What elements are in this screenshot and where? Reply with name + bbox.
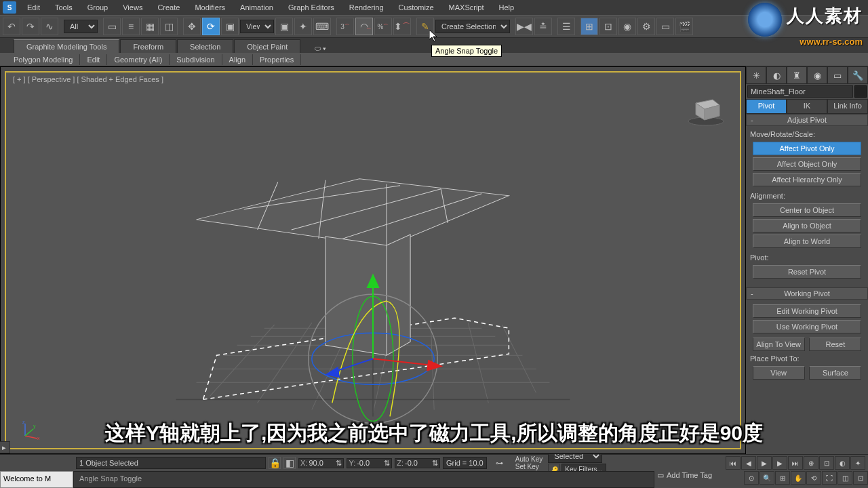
ribbon-tab-objectpaint[interactable]: Object Paint [234, 39, 300, 53]
ribbon-sub-geometry[interactable]: Geometry (All) [107, 54, 170, 65]
snap-2d-button[interactable]: 3⌒ [336, 18, 354, 35]
move-button[interactable]: ✥ [183, 18, 201, 35]
prev-frame-button[interactable]: ◀ [741, 456, 756, 470]
schematic-view-button[interactable]: ⊡ [599, 18, 617, 35]
vnav-zoom-ext[interactable]: ⛶ [822, 471, 837, 485]
window-crossing-button[interactable]: ◫ [160, 18, 178, 35]
ribbon-sub-polygon[interactable]: Polygon Modeling [7, 54, 80, 65]
vnav-zoom-all[interactable]: ⊞ [775, 471, 790, 485]
rotate-button[interactable]: ⟳ [202, 18, 220, 35]
ribbon-sub-properties[interactable]: Properties [253, 54, 301, 65]
lock-selection-icon[interactable]: 🔒 [269, 457, 281, 469]
menu-create[interactable]: Create [151, 1, 186, 14]
material-editor-button[interactable]: ◉ [618, 18, 636, 35]
perspective-viewport[interactable]: [ + ] [ Perspective ] [ Shaded + Edged F… [5, 71, 741, 449]
object-name-field[interactable] [747, 85, 853, 98]
affect-pivot-only-button[interactable]: Affect Pivot Only [753, 142, 861, 155]
menu-modifiers[interactable]: Modifiers [188, 1, 232, 14]
transform-z-spinner[interactable]: Z:⇅ [395, 458, 440, 468]
object-color-swatch[interactable] [854, 85, 867, 98]
viewport-label[interactable]: [ + ] [ Perspective ] [ Shaded + Edged F… [13, 75, 163, 83]
affect-object-only-button[interactable]: Affect Object Only [753, 157, 861, 171]
selection-filter-dropdown[interactable]: All [64, 20, 98, 33]
subtab-ik[interactable]: IK [787, 99, 827, 114]
display-tab[interactable]: ▭ [827, 66, 848, 84]
align-to-view-button[interactable]: Align To View [753, 338, 805, 351]
reset-pivot-button[interactable]: Reset Pivot [753, 265, 861, 279]
motion-tab[interactable]: ◉ [807, 66, 827, 84]
undo-button[interactable]: ↶ [3, 18, 20, 35]
place-pivot-view-button[interactable]: View [753, 366, 805, 380]
next-frame-button[interactable]: ▶ [772, 456, 787, 470]
utilities-tab[interactable]: 🔧 [848, 66, 868, 84]
nav-4[interactable]: ✦ [850, 456, 865, 470]
named-selection-dropdown[interactable]: Create Selection Se [435, 20, 510, 33]
goto-start-button[interactable]: ⏮ [726, 456, 741, 470]
app-icon[interactable]: S [3, 1, 16, 14]
ref-coord-dropdown[interactable]: View [240, 20, 274, 33]
menu-edit[interactable]: Edit [20, 1, 47, 14]
manipulate-button[interactable]: ✦ [294, 18, 312, 35]
keyboard-shortcut-button[interactable]: ⌨ [313, 18, 331, 35]
autokey-button[interactable]: Auto Key [515, 455, 543, 463]
menu-views[interactable]: Views [116, 1, 149, 14]
menu-group[interactable]: Group [81, 1, 115, 14]
isolate-icon[interactable]: ◧ [283, 457, 296, 469]
time-config-button[interactable]: ⊙ [744, 471, 759, 485]
link-button[interactable]: ∿ [41, 18, 58, 35]
menu-help[interactable]: Help [492, 1, 521, 14]
scale-button[interactable]: ▣ [221, 18, 239, 35]
align-to-object-button[interactable]: Align to Object [753, 219, 861, 232]
select-by-name-button[interactable]: ≡ [122, 18, 140, 35]
transform-x-spinner[interactable]: X:⇅ [298, 458, 344, 468]
edit-named-sel-button[interactable]: ✎ [416, 18, 434, 35]
vnav-fov[interactable]: ◫ [837, 471, 852, 485]
rollout-adjust-pivot[interactable]: -Adjust Pivot [746, 114, 868, 126]
nav-3[interactable]: ◐ [835, 456, 850, 470]
viewcube[interactable] [686, 93, 726, 127]
working-pivot-reset-button[interactable]: Reset [809, 338, 861, 351]
select-object-button[interactable]: ▭ [103, 18, 121, 35]
macro-recorder-icon[interactable]: ▭ [654, 471, 667, 488]
percent-snap-button[interactable]: %⌒ [374, 18, 392, 35]
vnav-orbit[interactable]: ⟲ [806, 471, 821, 485]
redo-button[interactable]: ↷ [22, 18, 39, 35]
timeline-expand-button[interactable]: ▸ [0, 441, 10, 453]
transform-y-spinner[interactable]: Y:⇅ [347, 458, 392, 468]
ribbon-sub-align[interactable]: Align [222, 54, 253, 65]
play-button[interactable]: ▶ [757, 456, 772, 470]
menu-graph-editors[interactable]: Graph Editors [281, 1, 341, 14]
menu-maxscript[interactable]: MAXScript [442, 1, 491, 14]
ribbon-tab-graphite[interactable]: Graphite Modeling Tools [14, 39, 119, 53]
hierarchy-tab[interactable]: ♜ [787, 66, 807, 84]
nav-2[interactable]: ⊡ [819, 456, 834, 470]
goto-end-button[interactable]: ⏭ [788, 456, 803, 470]
affect-hierarchy-only-button[interactable]: Affect Hierarchy Only [753, 173, 861, 186]
subtab-pivot[interactable]: Pivot [746, 99, 787, 114]
layers-button[interactable]: ☰ [557, 18, 575, 35]
ribbon-tab-selection[interactable]: Selection [177, 39, 233, 53]
pivot-center-button[interactable]: ▣ [275, 18, 293, 35]
modify-tab[interactable]: ◐ [766, 66, 787, 84]
ribbon-sub-subdivision[interactable]: Subdivision [170, 54, 222, 65]
add-time-tag-button[interactable]: Add Time Tag [667, 471, 741, 488]
select-region-button[interactable]: ▦ [141, 18, 159, 35]
center-to-object-button[interactable]: Center to Object [753, 203, 861, 217]
render-button[interactable]: 🎬 [675, 18, 693, 35]
use-working-pivot-button[interactable]: Use Working Pivot [753, 320, 861, 333]
subtab-linkinfo[interactable]: Link Info [827, 99, 868, 114]
menu-rendering[interactable]: Rendering [342, 1, 391, 14]
render-frame-button[interactable]: ▭ [656, 18, 674, 35]
communication-center-icon[interactable]: ⊶ [490, 459, 510, 468]
vnav-pan[interactable]: ✋ [791, 471, 806, 485]
menu-animation[interactable]: Animation [233, 1, 280, 14]
curve-editor-button[interactable]: ⊞ [580, 18, 598, 35]
setkey-button[interactable]: Set Key [515, 463, 543, 470]
vnav-max[interactable]: ⊡ [853, 471, 868, 485]
spinner-snap-button[interactable]: ⬍⌒ [393, 18, 411, 35]
place-pivot-surface-button[interactable]: Surface [809, 366, 861, 380]
menu-customize[interactable]: Customize [392, 1, 441, 14]
mirror-button[interactable]: ▶◀ [515, 18, 533, 35]
align-button[interactable]: ≛ [534, 18, 552, 35]
maxscript-mini-listener[interactable]: Welcome to M [0, 471, 73, 488]
